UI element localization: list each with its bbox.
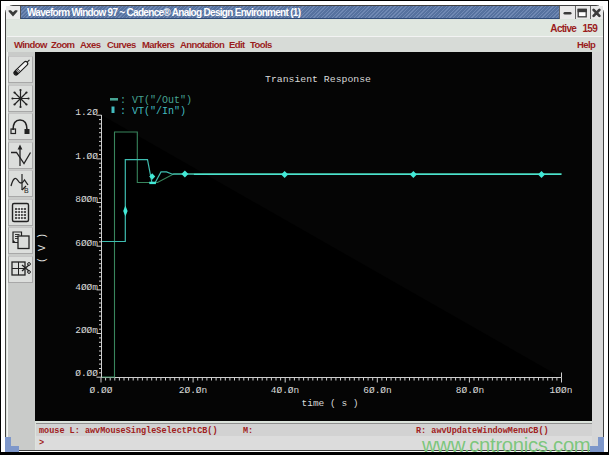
svg-text:B: B <box>24 187 29 194</box>
svg-text:Transient Response: Transient Response <box>265 74 371 85</box>
svg-text:6ØØm: 6ØØm <box>75 238 98 249</box>
svg-text:Ø.ØØ: Ø.ØØ <box>75 368 98 379</box>
svg-text:1.ØØ: 1.ØØ <box>75 151 98 162</box>
svg-text:( V ): ( V ) <box>37 233 48 263</box>
svg-text:: VT("/In"): : VT("/In") <box>120 106 186 117</box>
svg-text:2Ø.Øn: 2Ø.Øn <box>179 385 208 396</box>
svg-text:1.2Ø: 1.2Ø <box>75 107 98 118</box>
svg-text:1ØØn: 1ØØn <box>550 385 573 396</box>
svg-text:6Ø.Øn: 6Ø.Øn <box>363 385 392 396</box>
svg-text:: VT("/Out"): : VT("/Out") <box>120 95 192 106</box>
svg-text:2ØØm: 2ØØm <box>75 325 98 336</box>
svg-text:Ø.ØØ: Ø.ØØ <box>90 385 113 396</box>
svg-text:4Ø.Øn: 4Ø.Øn <box>271 385 300 396</box>
svg-text:8Ø.Øn: 8Ø.Øn <box>456 385 485 396</box>
svg-text:8ØØm: 8ØØm <box>75 194 98 205</box>
svg-text:4ØØm: 4ØØm <box>75 282 98 293</box>
svg-text:time ( s ): time ( s ) <box>301 398 358 409</box>
